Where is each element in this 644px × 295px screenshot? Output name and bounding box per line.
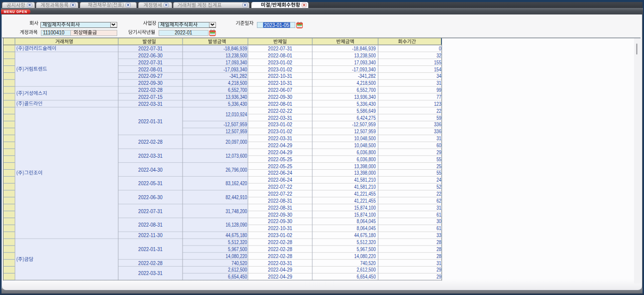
- svg-text:2022-05-25: 2022-05-25: [268, 156, 292, 162]
- svg-text:77: 77: [436, 93, 441, 100]
- svg-text:2022-07-31: 2022-07-31: [268, 45, 292, 51]
- svg-text:4,218,500: 4,218,500: [228, 79, 247, 86]
- svg-text:24: 24: [436, 176, 441, 183]
- svg-text:44,675,180: 44,675,180: [225, 232, 247, 238]
- svg-text:2022-05-31: 2022-05-31: [138, 180, 163, 186]
- svg-text:2022-01: 2022-01: [175, 29, 192, 35]
- svg-text:2023-01-02: 2023-01-02: [268, 66, 292, 72]
- svg-text:59: 59: [436, 114, 441, 121]
- svg-text:2022-06-24: 2022-06-24: [268, 176, 292, 183]
- svg-text:82,442,910: 82,442,910: [225, 194, 247, 200]
- svg-text:31: 31: [436, 79, 441, 86]
- svg-text:2022-02-28: 2022-02-28: [268, 253, 292, 259]
- svg-text:2022-09-30: 2022-09-30: [268, 211, 292, 218]
- svg-text:13,238,500: 13,238,500: [225, 52, 247, 58]
- svg-text:2022-07-31: 2022-07-31: [138, 45, 163, 51]
- svg-text:13,238,500: 13,238,500: [354, 52, 376, 58]
- svg-text:15,874,100: 15,874,100: [354, 204, 376, 211]
- svg-text:2022-11-30: 2022-11-30: [138, 232, 163, 238]
- svg-text:13,936,340: 13,936,340: [225, 93, 247, 100]
- svg-text:6,036,800: 6,036,800: [357, 156, 376, 162]
- svg-text:8,064,045: 8,064,045: [357, 225, 376, 231]
- svg-text:123: 123: [434, 100, 441, 107]
- svg-text:2022-08-01: 2022-08-01: [268, 52, 292, 58]
- svg-text:28: 28: [436, 239, 441, 245]
- svg-text:2022-10-31: 2022-10-31: [268, 225, 292, 231]
- svg-text:28: 28: [436, 253, 441, 259]
- svg-text:10,048,500: 10,048,500: [354, 142, 376, 148]
- svg-text:2022-03-31: 2022-03-31: [138, 100, 163, 107]
- svg-text:61: 61: [436, 225, 441, 231]
- svg-text:31,748,200: 31,748,200: [225, 208, 247, 214]
- svg-text:2022-04-29: 2022-04-29: [268, 266, 292, 273]
- svg-text:28: 28: [436, 246, 441, 252]
- svg-text:2022-07-31: 2022-07-31: [138, 208, 163, 214]
- svg-text:4,218,500: 4,218,500: [357, 79, 376, 86]
- svg-text:2022-08-31: 2022-08-31: [138, 221, 163, 228]
- svg-text:-341,282: -341,282: [229, 72, 247, 79]
- svg-text:29: 29: [436, 149, 441, 155]
- svg-text:-12,507,959: -12,507,959: [352, 121, 376, 127]
- svg-text:2022-02-22: 2022-02-22: [268, 107, 292, 114]
- svg-text:2022-07-15: 2022-07-15: [138, 93, 163, 100]
- svg-text:14,080,220: 14,080,220: [225, 253, 247, 259]
- svg-text:2022-05-25: 2022-05-25: [268, 163, 292, 169]
- svg-text:2022-02-28: 2022-02-28: [138, 260, 163, 266]
- svg-text:2022-04-29: 2022-04-29: [268, 149, 292, 155]
- svg-text:2022-04-30: 2022-04-30: [138, 166, 163, 173]
- svg-text:55: 55: [436, 169, 441, 176]
- svg-text:2023-01-05: 2023-01-05: [264, 21, 289, 28]
- svg-text:2022-07-31: 2022-07-31: [138, 59, 163, 65]
- svg-text:2022-03-31: 2022-03-31: [268, 260, 292, 266]
- svg-text:-341,282: -341,282: [358, 72, 376, 79]
- svg-text:154: 154: [434, 66, 441, 72]
- svg-text:2023-01-02: 2023-01-02: [268, 59, 292, 65]
- svg-text:2022-06-24: 2022-06-24: [268, 169, 292, 176]
- svg-text:5,512,320: 5,512,320: [228, 239, 247, 245]
- svg-text:0: 0: [439, 45, 441, 51]
- svg-text:34: 34: [436, 72, 441, 79]
- svg-text:31: 31: [436, 204, 441, 211]
- svg-text:-17,093,340: -17,093,340: [352, 66, 376, 72]
- svg-text:12,507,959: 12,507,959: [354, 128, 376, 134]
- svg-text:2023-01-02: 2023-01-02: [268, 232, 292, 238]
- svg-text:2022-02-28: 2022-02-28: [138, 138, 163, 145]
- svg-text:29: 29: [436, 273, 441, 280]
- svg-text:22: 22: [436, 107, 441, 114]
- svg-text:2022-06-30: 2022-06-30: [138, 194, 163, 200]
- svg-text:740,520: 740,520: [360, 260, 376, 266]
- svg-text:6,654,450: 6,654,450: [228, 273, 247, 280]
- svg-text:-18,846,939: -18,846,939: [352, 45, 376, 51]
- svg-text:2022-06-30: 2022-06-30: [138, 52, 163, 58]
- svg-text:8,064,045: 8,064,045: [357, 218, 376, 224]
- svg-text:41,221,455: 41,221,455: [354, 197, 376, 204]
- svg-text:13,398,000: 13,398,000: [354, 169, 376, 176]
- svg-text:2022-08-01: 2022-08-01: [268, 100, 292, 107]
- svg-text:10,048,500: 10,048,500: [354, 135, 376, 141]
- svg-text:26,796,000: 26,796,000: [225, 166, 247, 173]
- svg-text:5,336,430: 5,336,430: [357, 100, 376, 107]
- svg-text:41,581,210: 41,581,210: [354, 176, 376, 183]
- svg-text:2022-02-28: 2022-02-28: [268, 239, 292, 245]
- svg-text:12,507,959: 12,507,959: [225, 128, 247, 134]
- svg-text:11100410: 11100410: [43, 29, 64, 35]
- svg-text:2023-01-02: 2023-01-02: [268, 121, 292, 127]
- svg-text:2022-07-22: 2022-07-22: [268, 190, 292, 197]
- svg-text:2022-09-30: 2022-09-30: [268, 218, 292, 224]
- svg-text:740,520: 740,520: [231, 260, 247, 266]
- svg-text:2022-08-01: 2022-08-01: [138, 66, 163, 72]
- svg-text:25: 25: [436, 163, 441, 169]
- svg-text:83,162,420: 83,162,420: [225, 180, 247, 186]
- svg-text:41,581,210: 41,581,210: [354, 183, 376, 190]
- svg-text:14,080,220: 14,080,220: [354, 253, 376, 259]
- svg-text:60: 60: [436, 142, 441, 148]
- svg-text:2022-04-29: 2022-04-29: [268, 142, 292, 148]
- svg-text:41,221,455: 41,221,455: [354, 190, 376, 197]
- svg-text:2022-03-31: 2022-03-31: [268, 135, 292, 141]
- svg-text:2022-01-31: 2022-01-31: [138, 246, 163, 252]
- svg-text:12,010,924: 12,010,924: [225, 111, 247, 117]
- svg-text:31: 31: [436, 135, 441, 141]
- svg-text:6,552,700: 6,552,700: [228, 86, 247, 93]
- svg-text:2022-08-31: 2022-08-31: [268, 204, 292, 211]
- svg-text:6,424,275: 6,424,275: [357, 114, 376, 121]
